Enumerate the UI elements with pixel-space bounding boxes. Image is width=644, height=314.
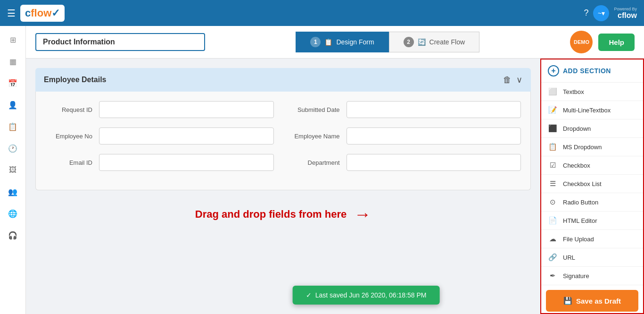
panel-item-textbox[interactable]: ⬜ Textbox [541,83,643,101]
employee-name-input[interactable] [347,127,521,144]
save-draft-icon: 💾 [563,297,572,305]
user-avatar[interactable]: ~▾ [593,5,609,21]
form-row-3: Email ID Department [45,154,521,171]
file-upload-label: File Upload [563,236,594,243]
panel-item-file-upload[interactable]: ☁ File Upload [541,230,643,248]
checkbox-list-icon: ☰ [548,179,557,188]
add-section-header: + ADD SECTION [541,59,643,83]
form-content: Employee Details 🗑 ∨ Request ID [26,59,540,314]
tab-create-flow[interactable]: 2 🔄 Create Flow [389,32,479,52]
panel-item-checkbox[interactable]: ☑ Checkbox [541,156,643,175]
left-sidebar: ⊞ ▦ 📅 👤 📋 🕐 🖼 👥 🌐 🎧 [0,26,26,314]
right-panel: + ADD SECTION ⬜ Textbox 📝 Multi-LineText… [540,59,644,314]
radio-button-label: Radio Button [563,199,598,206]
department-input[interactable] [347,154,521,171]
checkbox-icon: ☑ [548,161,557,170]
url-icon: 🔗 [548,253,557,262]
add-section-plus-button[interactable]: + [548,65,559,76]
radio-button-icon: ⊙ [548,198,557,206]
delete-section-button[interactable]: 🗑 [503,75,512,85]
employee-details-section: Employee Details 🗑 ∨ Request ID [35,68,531,190]
logo: cflow✓ [25,7,60,19]
demo-button[interactable]: DEMO [570,31,593,53]
panel-item-multiline-textbox[interactable]: 📝 Multi-LineTextbox [541,101,643,119]
toast-icon: ✓ [306,291,312,299]
collapse-section-button[interactable]: ∨ [516,75,522,85]
section-header: Employee Details 🗑 ∨ [35,68,531,92]
submitted-date-input[interactable] [347,101,521,118]
hamburger-icon[interactable]: ☰ [7,8,16,19]
form-row-1: Request ID Submitted Date [45,101,521,118]
panel-item-dropdown[interactable]: ⬛ Dropdown [541,119,643,138]
sidebar-item-image[interactable]: 🖼 [4,161,22,179]
drag-arrow-icon: → [354,204,371,224]
tab-design-form[interactable]: 1 📋 Design Form [296,32,388,52]
powered-by-label: Powered By [614,7,637,11]
department-label: Department [293,159,340,166]
multiline-textbox-label: Multi-LineTextbox [563,107,611,114]
sidebar-item-globe[interactable]: 🌐 [4,204,22,222]
save-draft-label: Save as Draft [576,297,621,305]
sidebar-item-grid[interactable]: ▦ [4,52,22,70]
ms-dropdown-label: MS Dropdown [563,144,602,151]
multiline-textbox-icon: 📝 [548,106,557,114]
textbox-label: Textbox [563,88,584,95]
tab2-icon: 🔄 [418,38,426,46]
panel-item-checkbox-list[interactable]: ☰ Checkbox List [541,175,643,193]
brand-label: cflow [614,11,637,20]
panel-item-html-editor[interactable]: 📄 HTML Editor [541,212,643,230]
panel-item-signature[interactable]: ✒ Signature [541,267,643,285]
drag-hint-text: Drag and drop fields from here [195,208,347,221]
submitted-date-label: Submitted Date [293,106,340,113]
navbar: ☰ cflow✓ ? ~▾ Powered By cflow [0,0,644,26]
employee-name-label: Employee Name [293,133,340,140]
signature-label: Signature [563,272,589,280]
sidebar-item-user[interactable]: 👤 [4,96,22,114]
form-title-input[interactable]: Product Information [35,33,205,51]
request-id-input[interactable] [99,101,274,118]
employee-no-label: Employee No [45,133,92,140]
form-row-2: Employee No Employee Name [45,127,521,144]
html-editor-icon: 📄 [548,216,557,225]
dropdown-icon: ⬛ [548,124,557,133]
sidebar-item-home[interactable]: ⊞ [4,31,22,49]
url-label: URL [563,254,575,261]
header-right: DEMO Help [570,31,635,53]
save-draft-button[interactable]: 💾 Save as Draft [546,290,638,312]
form-field-email-id: Email ID [45,154,274,171]
navbar-right: ? ~▾ Powered By cflow [584,5,637,21]
form-field-submitted-date: Submitted Date [293,101,521,118]
signature-icon: ✒ [548,272,557,280]
content-area: Product Information 1 📋 Design Form 2 🔄 … [26,26,644,314]
sidebar-item-headset[interactable]: 🎧 [4,226,22,244]
add-section-label: ADD SECTION [563,67,611,75]
sidebar-item-people[interactable]: 👥 [4,183,22,201]
html-editor-label: HTML Editor [563,217,597,224]
help-nav-icon[interactable]: ? [584,8,588,18]
form-field-employee-no: Employee No [45,127,274,144]
sidebar-item-clock[interactable]: 🕐 [4,139,22,157]
dropdown-label: Dropdown [563,125,591,132]
form-field-request-id: Request ID [45,101,274,118]
panel-item-radio-button[interactable]: ⊙ Radio Button [541,193,643,212]
sidebar-item-clipboard[interactable]: 📋 [4,118,22,136]
section-body: Request ID Submitted Date Employee [35,92,531,190]
textbox-icon: ⬜ [548,87,557,96]
tabs-container: 1 📋 Design Form 2 🔄 Create Flow [296,32,479,52]
panel-item-ms-dropdown[interactable]: 📋 MS Dropdown [541,138,643,156]
form-field-department: Department [293,154,521,171]
panel-item-url[interactable]: 🔗 URL [541,248,643,267]
ms-dropdown-icon: 📋 [548,143,557,151]
main-layout: ⊞ ▦ 📅 👤 📋 🕐 🖼 👥 🌐 🎧 Product Information … [0,26,644,314]
toast-notification: ✓ Last saved Jun 26 2020, 06:18:58 PM [293,286,440,305]
section-actions: 🗑 ∨ [503,75,522,85]
logo-box[interactable]: cflow✓ [20,5,65,22]
tab1-num: 1 [310,37,321,47]
checkbox-list-label: Checkbox List [563,180,602,187]
toast-text: Last saved Jun 26 2020, 06:18:58 PM [315,291,427,299]
help-button[interactable]: Help [598,34,635,51]
employee-no-input[interactable] [99,127,274,144]
section-title: Employee Details [44,76,107,84]
sidebar-item-calendar[interactable]: 📅 [4,74,22,92]
email-id-input[interactable] [99,154,274,171]
